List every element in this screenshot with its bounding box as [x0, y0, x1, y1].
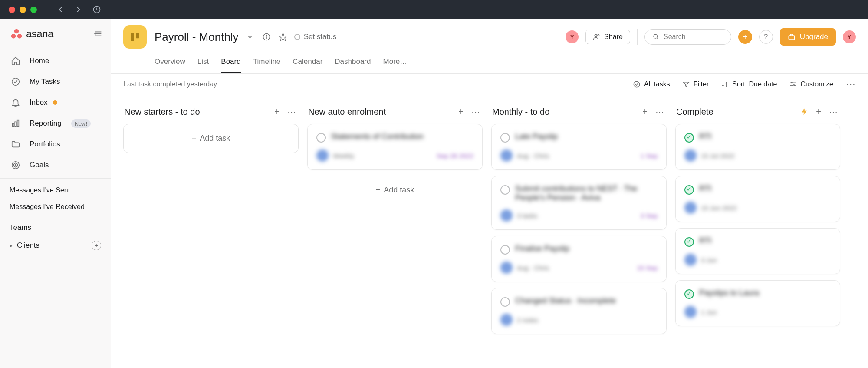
task-card[interactable]: Statements of Contribution Weekly Sep 28…: [307, 124, 483, 170]
task-card[interactable]: Payslips to Laura 1 Jun: [675, 280, 840, 326]
nav-reporting[interactable]: Reporting New!: [0, 113, 111, 134]
upgrade-label: Upgrade: [800, 33, 828, 41]
nav-my-tasks[interactable]: My Tasks: [0, 71, 111, 92]
nav-inbox[interactable]: Inbox: [0, 92, 111, 113]
tab-more[interactable]: More…: [383, 53, 407, 73]
nav-label: Reporting: [30, 119, 62, 128]
user-avatar[interactable]: Y: [843, 30, 856, 43]
share-button[interactable]: Share: [585, 30, 630, 44]
add-card-icon[interactable]: +: [642, 107, 648, 117]
complete-toggle[interactable]: [684, 133, 694, 143]
board-toolbar: Last task completed yesterday All tasks …: [111, 74, 868, 95]
complete-toggle[interactable]: [500, 297, 510, 307]
tab-overview[interactable]: Overview: [155, 53, 185, 73]
tab-list[interactable]: List: [197, 53, 209, 73]
svg-point-1: [14, 29, 19, 34]
upgrade-button[interactable]: Upgrade: [780, 28, 836, 46]
nav-home[interactable]: Home: [0, 50, 111, 71]
rules-bolt-icon[interactable]: [800, 108, 808, 116]
plus-icon: +: [192, 134, 197, 143]
complete-toggle[interactable]: [684, 289, 694, 299]
complete-toggle[interactable]: [684, 237, 694, 247]
complete-toggle[interactable]: [500, 185, 510, 195]
nav-portfolios[interactable]: Portfolios: [0, 134, 111, 155]
logo[interactable]: asana: [10, 28, 53, 40]
task-card[interactable]: Changed Status · Incomplete 2 notes: [491, 288, 667, 334]
column-title[interactable]: New starters - to do: [124, 107, 200, 117]
tab-timeline[interactable]: Timeline: [253, 53, 281, 73]
info-icon[interactable]: [261, 32, 272, 42]
card-due: 3 Sep: [641, 212, 658, 219]
help-button[interactable]: ?: [759, 30, 773, 44]
task-card[interactable]: Finalise Payslip Aug · Chris15 Sep: [491, 236, 667, 282]
assignee-avatar: [316, 149, 329, 162]
sidebar-collapse-icon[interactable]: [93, 29, 103, 39]
window-zoom-button[interactable]: [30, 7, 37, 13]
last-completed-text: Last task completed yesterday: [123, 80, 217, 88]
column-title[interactable]: Monthly - to do: [492, 107, 549, 117]
all-tasks-filter[interactable]: All tasks: [633, 80, 670, 88]
nav-label: My Tasks: [30, 77, 60, 86]
task-card[interactable]: RTI 15 Jun 2022: [675, 176, 840, 222]
svg-point-18: [266, 35, 267, 36]
task-card[interactable]: RTI 15 Jul 2022: [675, 124, 840, 170]
complete-toggle[interactable]: [500, 245, 510, 255]
add-card-icon[interactable]: +: [274, 107, 279, 117]
tab-board[interactable]: Board: [221, 53, 240, 73]
set-status-button[interactable]: Set status: [294, 33, 337, 41]
window-nav: [55, 4, 102, 15]
svg-point-25: [634, 81, 640, 87]
column-title[interactable]: New auto enrolment: [308, 107, 386, 117]
task-card[interactable]: RTI 3 Jun: [675, 228, 840, 274]
column-more-icon[interactable]: ⋯: [829, 106, 838, 117]
more-options-icon[interactable]: ⋯: [845, 79, 856, 90]
card-meta: 2 notes: [517, 316, 538, 324]
complete-toggle[interactable]: [500, 133, 510, 143]
svg-marker-26: [683, 82, 689, 87]
filter-button[interactable]: Filter: [682, 80, 709, 88]
member-avatar[interactable]: Y: [566, 30, 579, 43]
teams-header: Teams: [0, 219, 111, 236]
history-icon[interactable]: [92, 4, 102, 15]
tab-dashboard[interactable]: Dashboard: [335, 53, 371, 73]
add-task-button[interactable]: + Add task: [307, 176, 483, 204]
add-task-button[interactable]: + Add task: [123, 124, 299, 153]
card-title: Finalise Payslip: [515, 244, 569, 253]
window-minimize-button[interactable]: [20, 7, 26, 13]
complete-toggle[interactable]: [316, 133, 326, 143]
tool-label: All tasks: [644, 80, 670, 88]
add-card-icon[interactable]: +: [816, 107, 821, 117]
card-meta: 3 tasks: [517, 212, 538, 219]
nav-back-icon[interactable]: [55, 4, 66, 15]
nav-label: Home: [30, 56, 49, 65]
quick-add-button[interactable]: +: [738, 30, 752, 44]
window-close-button[interactable]: [9, 7, 15, 13]
search-box[interactable]: [644, 29, 731, 45]
tab-calendar[interactable]: Calendar: [293, 53, 322, 73]
sort-button[interactable]: Sort: Due date: [721, 80, 777, 88]
svg-point-13: [15, 165, 16, 166]
project-icon[interactable]: [123, 25, 147, 49]
card-title: RTI: [699, 236, 712, 245]
task-card[interactable]: Submit contributions to NEST · The Peopl…: [491, 176, 667, 230]
chevron-down-icon[interactable]: [245, 32, 255, 42]
column-title[interactable]: Complete: [676, 107, 713, 117]
add-to-team-button[interactable]: +: [92, 241, 101, 250]
nav-goals[interactable]: Goals: [0, 155, 111, 176]
search-input[interactable]: [664, 33, 723, 41]
task-card[interactable]: Late Payslip Aug · Chris1 Sep: [491, 124, 667, 170]
customize-button[interactable]: Customize: [789, 80, 833, 88]
add-card-icon[interactable]: +: [458, 107, 464, 117]
column-more-icon[interactable]: ⋯: [287, 106, 296, 117]
star-icon[interactable]: [278, 32, 288, 42]
nav-messages-received[interactable]: Messages I've Received: [0, 199, 111, 215]
nav-messages-sent[interactable]: Messages I've Sent: [0, 182, 111, 199]
column-more-icon[interactable]: ⋯: [471, 106, 480, 117]
filter-icon: [682, 80, 690, 88]
asana-logo-icon: [10, 28, 23, 40]
svg-point-3: [17, 34, 22, 39]
nav-forward-icon[interactable]: [73, 4, 84, 15]
complete-toggle[interactable]: [684, 185, 694, 195]
team-clients[interactable]: ▸ Clients +: [0, 236, 111, 255]
column-more-icon[interactable]: ⋯: [655, 106, 664, 117]
